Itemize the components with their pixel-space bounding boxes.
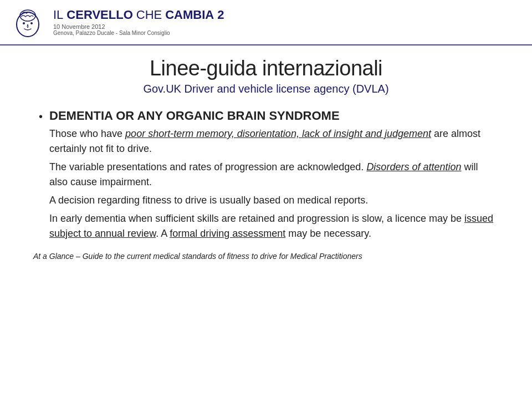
header-text-block: IL CERVELLO CHE CAMBIA 2 10 Novembre 201… — [53, 8, 224, 35]
body-paragraph-2: The variable presentations and rates of … — [49, 160, 499, 190]
bullet-item: • DEMENTIA OR ANY ORGANIC BRAIN SYNDROME… — [39, 109, 499, 241]
header-title-line: IL CERVELLO CHE CAMBIA 2 — [53, 8, 224, 22]
body-text-part6-post: . A — [156, 228, 170, 239]
body-paragraph-4: In early dementia when sufficient skills… — [49, 211, 499, 241]
header-location: Genova, Palazzo Ducale - Sala Minor Cons… — [53, 30, 224, 36]
header-date: 10 Novembre 2012 — [53, 23, 224, 30]
body-text-part1: Those who have — [49, 128, 125, 139]
header-che: CHE — [136, 8, 162, 22]
body-text-part3: The variable presentations and rates of … — [49, 161, 364, 172]
footnote: At a Glance – Guide to the current medic… — [33, 251, 499, 262]
page: IL CERVELLO CHE CAMBIA 2 10 Novembre 201… — [0, 0, 532, 397]
bullet-heading: DEMENTIA OR ANY ORGANIC BRAIN SYNDROME — [49, 109, 499, 123]
bullet-section: • DEMENTIA OR ANY ORGANIC BRAIN SYNDROME… — [39, 109, 499, 241]
brain-logo — [11, 6, 44, 39]
body-text-underline-italic: poor short-term memory, disorientation, … — [125, 128, 431, 139]
header-cambia: CAMBIA — [165, 8, 214, 22]
svg-point-3 — [30, 22, 33, 24]
body-text-part5: A decision regarding fitness to drive is… — [49, 195, 368, 206]
header-il: IL — [53, 8, 63, 22]
body-paragraph-1: Those who have poor short-term memory, d… — [49, 126, 499, 156]
body-text-disorders: Disorders of attention — [366, 161, 461, 172]
header-bar: IL CERVELLO CHE CAMBIA 2 10 Novembre 201… — [0, 0, 532, 45]
body-text-part6-pre: In early dementia when sufficient skills… — [49, 213, 464, 224]
body-text-period: . — [369, 228, 371, 239]
header-cervello: CERVELLO — [66, 8, 132, 22]
slide-subtitle: Gov.UK Driver and vehicle license agency… — [33, 83, 499, 95]
bullet-dot: • — [39, 111, 43, 122]
main-content: Linee-guida internazionali Gov.UK Driver… — [0, 45, 532, 397]
slide-title: Linee-guida internazionali — [33, 57, 499, 80]
body-text-formal: formal driving assessment — [170, 228, 285, 239]
header-2: 2 — [217, 8, 224, 22]
bullet-content: DEMENTIA OR ANY ORGANIC BRAIN SYNDROME T… — [49, 109, 499, 241]
body-text-part6-end: may be necessary — [285, 228, 369, 239]
body-paragraph-3: A decision regarding fitness to drive is… — [49, 193, 499, 208]
svg-point-2 — [23, 22, 25, 24]
